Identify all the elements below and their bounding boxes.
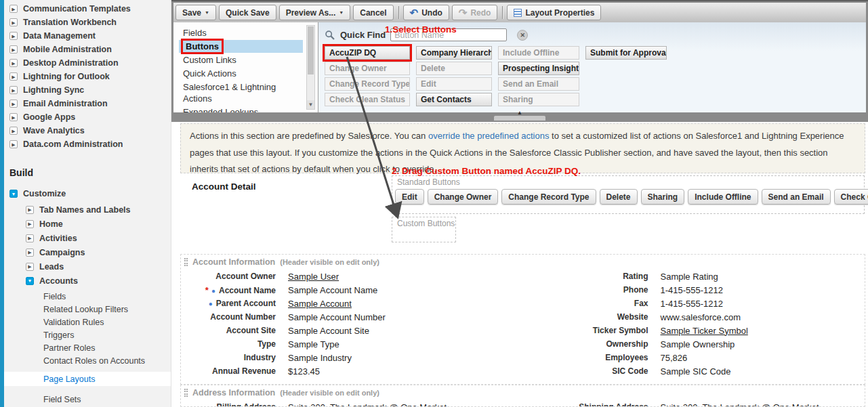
palette-category-salesforce1-actions[interactable]: Salesforce1 & Lightning Actions (179, 81, 303, 105)
drag-handle-icon[interactable] (184, 258, 188, 266)
caret-right-icon[interactable]: ▶ (26, 220, 34, 228)
sidebar-item-related-lookup-filters[interactable]: Related Lookup Filters (0, 303, 171, 316)
sidebar-item-translation-workbench[interactable]: ▶Translation Workbench (0, 16, 171, 29)
sidebar-item-field-sets[interactable]: Field Sets (0, 393, 171, 406)
sidebar-item-data-management[interactable]: ▶Data Management (0, 29, 171, 43)
sidebar-item-accounts[interactable]: ▼Accounts (0, 274, 171, 288)
caret-right-icon[interactable]: ▶ (9, 45, 18, 53)
field-row-shipping-address[interactable]: Shipping AddressSuite 300, The Landmark … (523, 400, 865, 407)
sidebar-item-partner-roles[interactable]: Partner Roles (0, 341, 171, 354)
sidebar-item-triggers[interactable]: Triggers (0, 328, 171, 341)
palette-button-include-offline[interactable]: Include Offline (498, 46, 579, 60)
clear-search-icon[interactable]: ✕ (517, 30, 528, 41)
layout-button-check-clean-status[interactable]: Check Clean Status (834, 189, 868, 205)
sidebar-item-desktop-administration[interactable]: ▶Desktop Administration (0, 56, 171, 70)
caret-right-icon[interactable]: ▶ (9, 140, 18, 148)
caret-right-icon[interactable]: ▶ (26, 263, 34, 271)
field-row-account-owner[interactable]: Account OwnerSample User (181, 270, 523, 283)
sidebar-item-communication-templates[interactable]: ▶Communication Templates (0, 2, 171, 16)
scrollbar-thumb[interactable] (308, 26, 314, 74)
layout-button-send-an-email[interactable]: Send an Email (762, 189, 831, 205)
palette-button-check-clean-status[interactable]: Check Clean Status (325, 93, 410, 106)
custom-buttons-drop-zone[interactable]: Custom Buttons (392, 217, 456, 242)
palette-button-prospecting-insights[interactable]: Prospecting Insights (498, 62, 579, 75)
caret-right-icon[interactable]: ▶ (9, 100, 18, 108)
caret-right-icon[interactable]: ▶ (9, 72, 18, 81)
field-row-account-name[interactable]: *●Account NameSample Account Name (181, 283, 523, 297)
undo-button[interactable]: ↶Undo (403, 5, 449, 20)
field-row-annual-revenue[interactable]: Annual Revenue$123.45 (181, 364, 523, 378)
caret-right-icon[interactable]: ▶ (9, 113, 18, 121)
palette-button-submit-for-approval[interactable]: Submit for Approval (585, 46, 667, 60)
caret-right-icon[interactable]: ▶ (9, 86, 18, 94)
sidebar-item-validation-rules[interactable]: Validation Rules (0, 316, 171, 328)
sidebar-item-home[interactable]: ▶Home (0, 217, 171, 231)
field-row-industry[interactable]: IndustrySample Industry (181, 351, 523, 364)
sidebar-item-page-layouts-active[interactable]: Page Layouts (0, 372, 171, 386)
cancel-button[interactable]: Cancel (353, 5, 393, 20)
sidebar-item-lightning-sync[interactable]: ▶Lightning Sync (0, 83, 171, 97)
caret-right-icon[interactable]: ▶ (9, 59, 18, 67)
palette-category-fields[interactable]: Fields (179, 26, 303, 39)
caret-right-icon[interactable]: ▶ (26, 249, 34, 257)
field-row-rating[interactable]: RatingSample Rating (523, 270, 865, 283)
palette-category-custom-links[interactable]: Custom Links (179, 53, 303, 66)
preview-as-button[interactable]: Preview As...▼ (279, 5, 351, 20)
sidebar-item-leads[interactable]: ▶Leads (0, 259, 171, 274)
section-header[interactable]: Account Information (Header visible on e… (181, 255, 865, 268)
caret-right-icon[interactable]: ▶ (9, 18, 18, 26)
palette-collapse-handle[interactable]: ▲ (494, 116, 545, 121)
palette-button-sharing[interactable]: Sharing (498, 93, 579, 106)
palette-button-company-hierarchy[interactable]: Company Hierarchy (416, 46, 492, 60)
field-row-account-site[interactable]: Account SiteSample Account Site (181, 324, 523, 337)
scroll-down-icon[interactable]: ▼ (307, 100, 314, 109)
caret-right-icon[interactable]: ▶ (9, 32, 18, 40)
layout-button-sharing[interactable]: Sharing (641, 189, 685, 205)
field-row-ticker-symbol[interactable]: Ticker SymbolSample Ticker Symbol (523, 324, 865, 337)
save-button[interactable]: Save▼ (175, 5, 216, 20)
caret-right-icon[interactable]: ▶ (9, 5, 18, 13)
sidebar-item-datacom-administration[interactable]: ▶Data.com Administration (0, 137, 171, 151)
drag-handle-icon[interactable] (184, 389, 188, 397)
caret-down-icon[interactable]: ▼ (26, 277, 34, 285)
layout-button-edit[interactable]: Edit (395, 189, 424, 205)
field-row-fax[interactable]: Fax1-415-555-1212 (523, 297, 865, 310)
layout-button-delete[interactable]: Delete (600, 189, 638, 205)
palette-button-change-owner[interactable]: Change Owner (325, 62, 410, 75)
caret-right-icon[interactable]: ▶ (26, 234, 34, 242)
palette-button-change-record-type[interactable]: Change Record Type (325, 77, 410, 91)
caret-right-icon[interactable]: ▶ (9, 127, 18, 135)
sidebar-item-wave-analytics[interactable]: ▶Wave Analytics (0, 124, 171, 137)
sidebar-item-mobile-administration[interactable]: ▶Mobile Administration (0, 43, 171, 56)
palette-category-buttons-selected[interactable]: Buttons (179, 40, 303, 53)
field-row-ownership[interactable]: OwnershipSample Ownership (523, 337, 865, 351)
field-row-phone[interactable]: Phone1-415-555-1212 (523, 283, 865, 297)
sidebar-item-customize[interactable]: ▼Customize (0, 187, 171, 200)
sidebar-item-activities[interactable]: ▶Activities (0, 231, 171, 245)
palette-button-get-contacts[interactable]: Get Contacts (416, 93, 492, 106)
field-row-website[interactable]: Websitewww.salesforce.com (523, 310, 865, 324)
redo-button[interactable]: ↷Redo (452, 5, 498, 20)
sidebar-item-fields[interactable]: Fields (0, 290, 171, 303)
sidebar-item-email-administration[interactable]: ▶Email Administration (0, 97, 171, 110)
sidebar-item-contact-roles-on-accounts[interactable]: Contact Roles on Accounts (0, 354, 171, 367)
field-row-billing-address[interactable]: Billing AddressSuite 300, The Landmark @… (181, 400, 523, 407)
field-row-parent-account[interactable]: ●Parent AccountSample Account (181, 297, 523, 310)
palette-button-send-an-email[interactable]: Send an Email (498, 77, 579, 91)
palette-category-quick-actions[interactable]: Quick Actions (179, 67, 303, 80)
palette-button-edit[interactable]: Edit (416, 77, 492, 91)
palette-button-accuzip-dq[interactable]: AccuZIP DQ (325, 46, 410, 60)
sidebar-item-campaigns[interactable]: ▶Campaigns (0, 245, 171, 259)
caret-down-icon[interactable]: ▼ (9, 190, 18, 198)
field-row-account-number[interactable]: Account NumberSample Account Number (181, 310, 523, 324)
override-predefined-actions-link[interactable]: override the predefined actions (428, 131, 550, 141)
sidebar-item-google-apps[interactable]: ▶Google Apps (0, 110, 171, 124)
layout-button-change-record-type[interactable]: Change Record Type (501, 189, 596, 205)
section-header[interactable]: Address Information (Header visible on e… (181, 385, 865, 399)
sidebar-item-lightning-for-outlook[interactable]: ▶Lightning for Outlook (0, 70, 171, 83)
layout-button-include-offline[interactable]: Include Offline (688, 189, 758, 205)
sidebar-item-tab-names-and-labels[interactable]: ▶Tab Names and Labels (0, 202, 171, 217)
field-row-type[interactable]: TypeSample Type (181, 337, 523, 351)
palette-button-delete[interactable]: Delete (416, 62, 492, 75)
quick-save-button[interactable]: Quick Save (219, 5, 276, 20)
